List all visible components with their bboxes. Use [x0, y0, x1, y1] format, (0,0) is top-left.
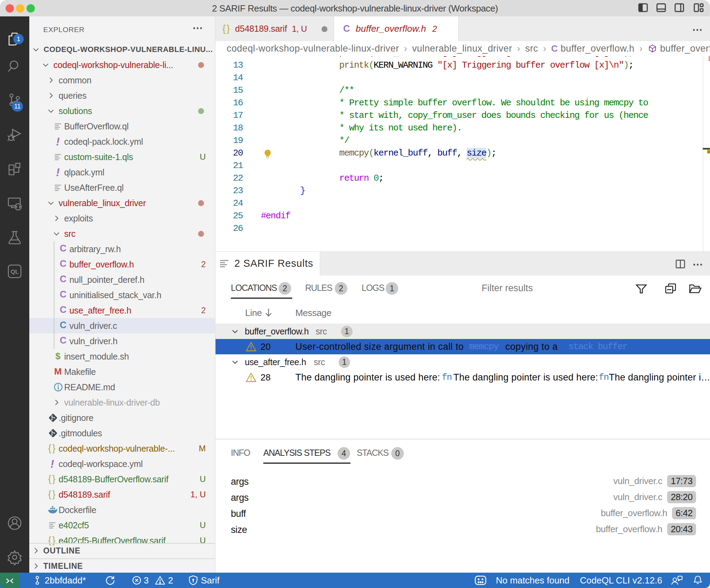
svg-text:QL: QL — [10, 269, 19, 275]
